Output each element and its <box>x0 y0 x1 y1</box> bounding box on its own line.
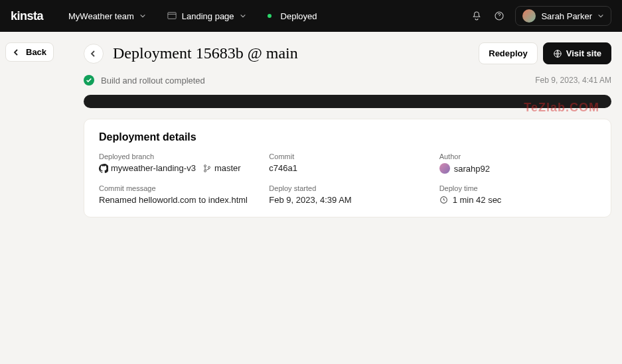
back-label: Back <box>26 47 46 57</box>
deploy-started-label: Deploy started <box>269 184 426 192</box>
commit-msg-value: Renamed helloworld.com to index.html <box>99 195 256 205</box>
branch-name: master <box>214 163 241 173</box>
svg-point-4 <box>204 164 206 166</box>
watermark: TeZlab.COM <box>524 101 599 115</box>
clock-icon <box>439 196 449 205</box>
status-chip: Deployed <box>261 7 324 25</box>
user-name: Sarah Parker <box>541 11 592 21</box>
notifications-button[interactable] <box>467 7 486 25</box>
status-timestamp: Feb 9, 2023, 4:41 AM <box>535 76 611 85</box>
arrow-left-icon <box>90 50 98 58</box>
back-button[interactable]: Back <box>5 42 54 62</box>
svg-rect-0 <box>168 13 176 19</box>
team-name: MyWeather team <box>68 11 134 21</box>
avatar <box>439 163 450 174</box>
svg-point-6 <box>208 166 210 168</box>
user-menu[interactable]: Sarah Parker <box>515 6 611 26</box>
status-message: Build and rollout completed <box>101 76 205 86</box>
author-value: sarahp92 <box>454 164 490 174</box>
chevron-down-icon <box>139 13 146 19</box>
page-header: Deployment 15683b @ main Redeploy Visit … <box>84 42 611 64</box>
commit-label: Commit <box>269 152 426 160</box>
author-label: Author <box>439 152 596 160</box>
details-heading: Deployment details <box>99 131 596 143</box>
app-icon <box>167 11 177 21</box>
arrow-left-icon <box>13 48 21 56</box>
deploy-time-label: Deploy time <box>439 184 596 192</box>
svg-point-5 <box>204 170 206 172</box>
visit-site-button[interactable]: Visit site <box>543 42 611 64</box>
globe-icon <box>553 49 562 58</box>
deployment-details-card: Deployment details Deployed branch mywea… <box>84 119 611 217</box>
bell-icon <box>471 11 482 21</box>
deploy-time-value: 1 min 42 sec <box>453 195 502 205</box>
header-back-button[interactable] <box>84 44 104 64</box>
team-dropdown[interactable]: MyWeather team <box>62 7 153 25</box>
help-icon <box>494 11 505 21</box>
commit-msg-label: Commit message <box>99 184 256 192</box>
help-button[interactable] <box>490 7 508 25</box>
build-log[interactable]: TeZlab.COM <box>84 95 611 108</box>
status-text: Deployed <box>281 11 317 21</box>
avatar <box>522 9 536 23</box>
app-name: Landing page <box>182 11 234 21</box>
check-icon <box>84 75 94 86</box>
branch-repo: myweather-landing-v3 <box>111 163 196 173</box>
branch-label: Deployed branch <box>99 152 256 160</box>
topbar: kinsta MyWeather team Landing page Deplo… <box>0 0 622 32</box>
redeploy-button[interactable]: Redeploy <box>479 42 538 64</box>
chevron-down-icon <box>597 13 604 19</box>
visit-label: Visit site <box>566 48 601 58</box>
sidebar: Back <box>0 32 84 364</box>
page-title: Deployment 15683b @ main <box>113 44 473 62</box>
status-dot-icon <box>268 14 272 18</box>
logo: kinsta <box>11 9 43 23</box>
app-dropdown[interactable]: Landing page <box>161 7 253 25</box>
status-row: Build and rollout completed Feb 9, 2023,… <box>84 75 611 86</box>
branch-icon <box>202 164 212 173</box>
github-icon <box>99 164 108 173</box>
commit-value: c746a1 <box>269 163 426 173</box>
chevron-down-icon <box>240 13 246 19</box>
deploy-started-value: Feb 9, 2023, 4:39 AM <box>269 195 426 205</box>
